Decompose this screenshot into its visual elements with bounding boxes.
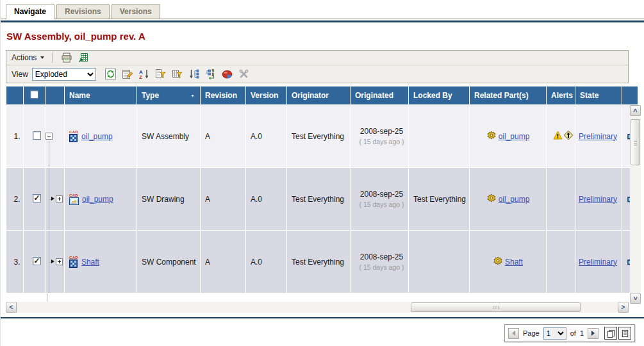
tree-renumber-icon[interactable]: 98 xyxy=(204,67,218,81)
results-table-zone: Name Type▼ Revision Version Originator O… xyxy=(6,86,644,313)
tab-navigate[interactable]: Navigate xyxy=(6,4,54,19)
row-checkbox[interactable] xyxy=(33,257,41,265)
tools-icon[interactable] xyxy=(237,67,251,81)
version-cell: A.0 xyxy=(246,168,286,230)
related-part-link[interactable]: Shaft xyxy=(505,258,523,267)
header-locked-by[interactable]: Locked By xyxy=(409,86,469,104)
actions-toolbar: Actions xyxy=(6,51,628,65)
select-all-checkbox[interactable] xyxy=(30,90,38,99)
locked-by-cell xyxy=(409,231,469,293)
toolbar: Actions View Exploded AZ xyxy=(6,50,629,83)
state-link[interactable]: Preliminary xyxy=(579,132,617,141)
type-cell: SW Drawing xyxy=(137,168,200,230)
page-select[interactable]: 1 xyxy=(543,327,566,340)
state-link[interactable]: Preliminary xyxy=(579,195,617,204)
gear-part-icon xyxy=(487,194,496,204)
refresh-icon[interactable] xyxy=(104,67,118,81)
row-checkbox[interactable] xyxy=(33,131,41,140)
actions-menu-button[interactable]: Actions xyxy=(10,53,49,62)
promote-arrow-icon[interactable] xyxy=(563,130,574,142)
type-cell: SW Component xyxy=(137,231,200,293)
row-number: 3. xyxy=(6,231,23,293)
tab-label: Revisions xyxy=(65,7,101,16)
next-page-button[interactable] xyxy=(588,328,599,339)
header-type[interactable]: Type▼ xyxy=(137,86,200,104)
state-link[interactable]: Preliminary xyxy=(579,258,617,267)
horizontal-scroll-thumb[interactable] xyxy=(411,302,581,312)
scroll-right-button[interactable]: > xyxy=(618,302,629,313)
expand-cell xyxy=(45,231,64,293)
expand-icon[interactable] xyxy=(56,195,63,202)
tab-versions[interactable]: Versions xyxy=(111,4,160,19)
prev-page-button[interactable] xyxy=(508,328,519,339)
version-cell: A.0 xyxy=(246,231,286,293)
expand-icon[interactable] xyxy=(56,258,63,265)
vertical-scrollbar[interactable]: > > xyxy=(630,105,641,304)
part-name-link[interactable]: oil_pump xyxy=(81,132,113,141)
tab-label: Navigate xyxy=(14,7,46,16)
part-name-link[interactable]: Shaft xyxy=(81,258,99,267)
header-originated[interactable]: Originated xyxy=(351,86,408,104)
svg-text:Z: Z xyxy=(139,74,142,79)
table-header-row: Name Type▼ Revision Version Originator O… xyxy=(6,86,638,104)
expand-arrow-icon[interactable] xyxy=(51,197,54,201)
header-originator[interactable]: Originator xyxy=(287,86,350,104)
warning-icon[interactable] xyxy=(553,131,563,142)
edit-icon[interactable] xyxy=(120,67,135,81)
collapse-icon[interactable] xyxy=(45,133,53,140)
pagination-row: Page 1 of 1 xyxy=(1,318,644,342)
svg-text:8: 8 xyxy=(212,72,215,77)
header-state[interactable]: State xyxy=(575,86,622,104)
page-view-toggle xyxy=(604,327,631,340)
pagination-control: Page 1 of 1 xyxy=(504,324,635,342)
filter-icon[interactable] xyxy=(154,67,168,81)
scroll-up-button[interactable]: > xyxy=(630,105,641,116)
type-cell: SW Assembly xyxy=(137,105,200,167)
total-pages: 1 xyxy=(580,329,584,337)
single-page-view-button[interactable] xyxy=(618,327,631,340)
header-version[interactable]: Version xyxy=(246,86,286,104)
header-related-parts[interactable]: Related Part(s) xyxy=(470,86,546,104)
export-table-icon[interactable] xyxy=(76,51,90,65)
actions-label: Actions xyxy=(12,53,37,62)
expand-arrow-icon[interactable] xyxy=(51,260,54,263)
tab-bar: Navigate Revisions Versions xyxy=(1,0,644,19)
tab-revisions[interactable]: Revisions xyxy=(56,4,110,19)
scroll-down-button[interactable]: > xyxy=(630,293,641,304)
divider xyxy=(52,53,53,63)
tree-sort-icon[interactable] xyxy=(187,67,201,81)
gear-part-icon xyxy=(493,256,502,267)
header-alerts[interactable]: Alerts xyxy=(547,86,575,104)
locked-by-cell: Test Everything xyxy=(409,168,469,230)
related-part-link[interactable]: oil_pump xyxy=(499,195,530,204)
view-select[interactable]: Exploded xyxy=(32,68,96,81)
remove-filter-icon[interactable] xyxy=(170,67,185,81)
header-select-all[interactable] xyxy=(24,86,45,104)
part-name-link[interactable]: oil_pump xyxy=(82,195,113,204)
revision-cell: A xyxy=(201,105,245,167)
originator-cell: Test Everything xyxy=(287,231,350,293)
row-checkbox[interactable] xyxy=(33,194,41,202)
tree-line xyxy=(47,293,47,302)
print-icon[interactable] xyxy=(60,51,74,65)
vertical-scroll-thumb[interactable] xyxy=(631,119,640,165)
related-part-link[interactable]: oil_pump xyxy=(499,132,530,141)
originator-cell: Test Everything xyxy=(287,168,350,230)
alerts-cell xyxy=(547,168,575,230)
cad-assembly-icon: CAD xyxy=(69,130,78,142)
pie-chart-icon[interactable] xyxy=(220,67,235,81)
header-name[interactable]: Name xyxy=(65,86,136,104)
header-revision[interactable]: Revision xyxy=(201,86,245,104)
sort-az-icon[interactable]: AZ xyxy=(137,67,151,81)
chevron-down-icon xyxy=(40,56,44,59)
header-expand xyxy=(45,86,64,104)
chevron-left-icon: < xyxy=(10,304,13,311)
alerts-cell xyxy=(547,231,575,293)
state-cell: Preliminary xyxy=(575,168,622,230)
row-number: 2. xyxy=(6,168,23,230)
scroll-left-button[interactable]: < xyxy=(6,302,17,313)
horizontal-scrollbar[interactable]: < > xyxy=(6,302,629,313)
chevron-up-icon: > xyxy=(632,109,639,113)
multi-page-view-button[interactable] xyxy=(604,327,617,340)
sort-indicator-icon[interactable]: ▼ xyxy=(190,94,195,98)
